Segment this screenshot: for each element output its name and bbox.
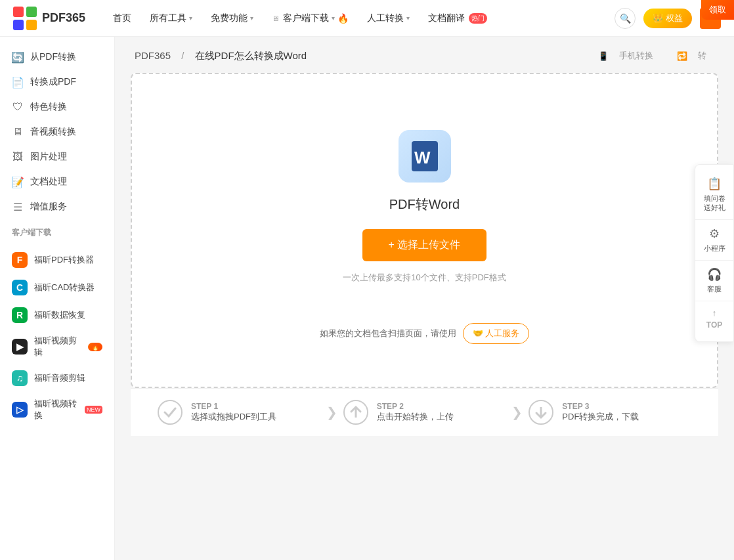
nav-arrow: ▾ [250, 14, 253, 22]
sidebar-download-video-edit[interactable]: ▶ 福昕视频剪辑 🔥 [0, 329, 114, 364]
svg-text:W: W [414, 148, 431, 167]
survey-icon: 📋 [707, 177, 722, 191]
flame-icon: 🔥 [337, 13, 349, 24]
sidebar-item-image[interactable]: 🖼 图片处理 [0, 144, 114, 169]
nav-all-tools[interactable]: 所有工具 ▾ [142, 9, 200, 28]
svg-rect-0 [13, 7, 24, 17]
vip-button[interactable]: 👑 权益 [643, 9, 692, 28]
sidebar-item-to-pdf[interactable]: 📄 转换成PDF [0, 70, 114, 95]
vip-service-icon: ☰ [12, 201, 24, 213]
special-icon: 🛡 [12, 101, 24, 113]
step-arrow-1: ❯ [326, 404, 337, 420]
mini-icon: ⚙ [709, 226, 720, 241]
right-panel-survey[interactable]: 📋 填问卷送好礼 [695, 170, 733, 220]
breadcrumb: PDF365 / 在线PDF怎么转换成Word 📱 手机转换 🔁 转 [131, 50, 718, 62]
logo-text: PDF365 [42, 11, 85, 25]
video-convert-icon: ▷ [12, 402, 28, 418]
main-content: PDF365 / 在线PDF怎么转换成Word 📱 手机转换 🔁 转 W [115, 37, 734, 560]
video-edit-icon: ▶ [12, 339, 28, 355]
top-label: TOP [706, 320, 722, 330]
sidebar: 🔄 从PDF转换 📄 转换成PDF 🛡 特色转换 🖥 音视频转换 🖼 图片处理 … [0, 37, 115, 560]
fire-badge: 🔥 [88, 343, 102, 351]
sidebar-download-cad[interactable]: C 福昕CAD转换器 [0, 274, 114, 301]
step-arrow-2: ❯ [511, 404, 523, 420]
pdf-converter-icon: F [12, 252, 28, 268]
service-label: 客服 [707, 284, 722, 294]
nav-free[interactable]: 免费功能 ▾ [203, 9, 261, 28]
sidebar-item-av[interactable]: 🖥 音视频转换 [0, 119, 114, 144]
header: PDF365 首页 所有工具 ▾ 免费功能 ▾ 🖥 客户端下载 ▾ 🔥 人工转换… [0, 0, 734, 37]
image-icon: 🖼 [12, 151, 24, 163]
recovery-icon: R [12, 307, 28, 323]
mobile-icon: 📱 [598, 51, 609, 61]
hot-badge: 热门 [469, 13, 487, 24]
sidebar-download-recovery[interactable]: R 福昕数据恢复 [0, 301, 114, 329]
step-1: STEP 1 选择或拖拽PDF到工具 [157, 399, 321, 425]
sidebar-section-label: 客户端下载 [12, 227, 102, 238]
to-pdf-icon: 📄 [12, 76, 24, 88]
audio-icon: ♫ [12, 370, 28, 386]
step-2: STEP 2 点击开始转换，上传 [343, 399, 507, 425]
upload-icon-box: W [399, 130, 451, 183]
top-arrow-icon: ↑ [712, 308, 717, 318]
sidebar-item-special[interactable]: 🛡 特色转换 [0, 95, 114, 119]
steps-bar: STEP 1 选择或拖拽PDF到工具 ❯ STEP 2 点击开始转换，上传 [131, 388, 718, 436]
right-panel-mini[interactable]: ⚙ 小程序 [695, 220, 733, 261]
manual-service-button[interactable]: 🤝 人工服务 [463, 323, 530, 344]
page-layout: 🔄 从PDF转换 📄 转换成PDF 🛡 特色转换 🖥 音视频转换 🖼 图片处理 … [0, 37, 734, 560]
new-badge: NEW [85, 406, 102, 414]
vip-icon: 👑 [653, 13, 663, 23]
sidebar-download-audio[interactable]: ♫ 福昕音频剪辑 [0, 364, 114, 392]
word-icon: W [408, 140, 441, 173]
svg-rect-2 [13, 20, 24, 30]
sidebar-download-pdf[interactable]: F 福昕PDF转换器 [0, 246, 114, 274]
lingqu-button[interactable]: 领取 [701, 0, 734, 20]
main-nav: 首页 所有工具 ▾ 免费功能 ▾ 🖥 客户端下载 ▾ 🔥 人工转换 ▾ 文档翻译… [105, 9, 615, 28]
step-2-text: STEP 2 点击开始转换，上传 [377, 402, 454, 423]
tool-actions: 📱 手机转换 🔁 转 [590, 50, 714, 62]
search-button[interactable]: 🔍 [615, 8, 636, 29]
mini-label: 小程序 [704, 244, 725, 253]
sidebar-item-from-pdf[interactable]: 🔄 从PDF转换 [0, 45, 114, 70]
nav-arrow: ▾ [406, 14, 410, 22]
upload-title: PDF转Word [389, 196, 460, 213]
service-icon: 🎧 [707, 267, 722, 282]
convert-action[interactable]: 🔁 转 [673, 50, 710, 62]
cad-converter-icon: C [12, 280, 28, 295]
step-1-text: STEP 1 选择或拖拽PDF到工具 [191, 402, 276, 423]
step-3: STEP 3 PDF转换完成，下载 [528, 399, 692, 425]
logo[interactable]: PDF365 [13, 7, 85, 30]
svg-point-6 [158, 400, 182, 424]
manual-service-section: 如果您的文档包含扫描页面，请使用 🤝 人工服务 [320, 323, 530, 344]
nav-translate[interactable]: 文档翻译 热门 [420, 9, 495, 28]
upload-hint: 一次上传最多支持10个文件、支持PDF格式 [343, 272, 506, 284]
sidebar-item-doc[interactable]: 📝 文档处理 [0, 169, 114, 194]
from-pdf-icon: 🔄 [12, 51, 24, 63]
nav-arrow: ▾ [189, 14, 192, 22]
mobile-convert-action[interactable]: 📱 手机转换 [594, 50, 657, 62]
av-icon: 🖥 [12, 126, 24, 138]
upload-button[interactable]: + 选择上传文件 [362, 229, 487, 261]
right-panel-top[interactable]: ↑ TOP [695, 301, 733, 336]
logo-icon [13, 7, 37, 30]
nav-home[interactable]: 首页 [105, 9, 139, 28]
step-1-icon [157, 399, 183, 425]
step-3-icon [528, 399, 554, 425]
doc-icon: 📝 [12, 176, 24, 188]
convert-icon: 🔁 [677, 51, 687, 61]
upload-area: W PDF转Word + 选择上传文件 一次上传最多支持10个文件、支持PDF格… [131, 73, 718, 388]
nav-download[interactable]: 🖥 客户端下载 ▾ 🔥 [264, 9, 356, 28]
svg-rect-1 [26, 7, 37, 17]
sidebar-item-vip[interactable]: ☰ 增值服务 [0, 194, 114, 219]
step-3-text: STEP 3 PDF转换完成，下载 [562, 402, 639, 423]
client-icon: 🖥 [272, 14, 279, 22]
sidebar-download-video-convert[interactable]: ▷ 福昕视频转换 NEW [0, 392, 114, 427]
nav-manual[interactable]: 人工转换 ▾ [359, 9, 418, 28]
right-floating-panel: 📋 填问卷送好礼 ⚙ 小程序 🎧 客服 ↑ TOP [695, 164, 734, 342]
survey-label: 填问卷送好礼 [704, 194, 725, 213]
nav-arrow: ▾ [332, 14, 335, 22]
step-2-icon [343, 399, 369, 425]
svg-rect-3 [26, 20, 37, 30]
right-panel-service[interactable]: 🎧 客服 [695, 261, 733, 301]
